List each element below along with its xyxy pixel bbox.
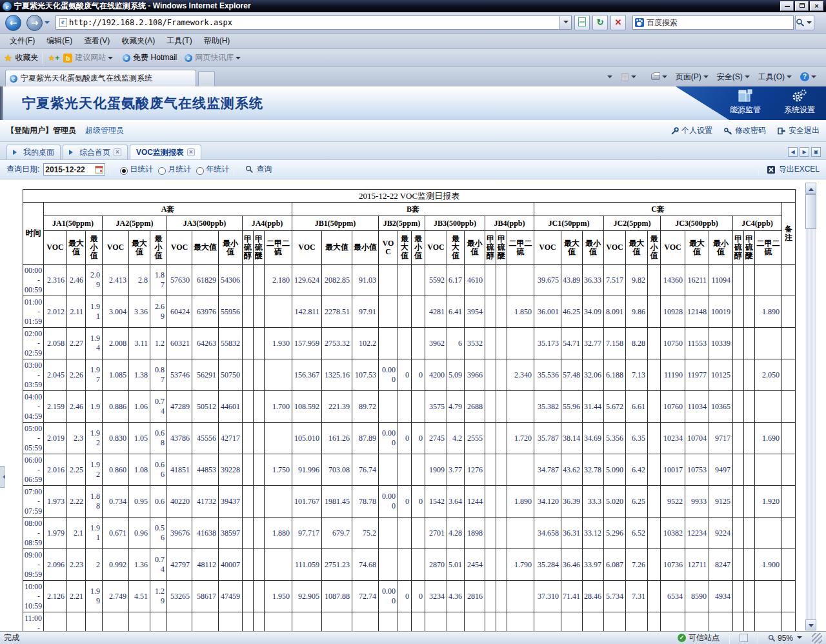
data-cell: 1.36 [129, 549, 150, 581]
data-cell: 9717 [709, 423, 733, 454]
command-安全(S)[interactable]: 安全(S) [714, 70, 754, 85]
data-cell: 0.68 [150, 423, 167, 454]
favorites-item-1[interactable]: 免费 Hotmail [123, 52, 177, 63]
command-label: 页面(P) [676, 72, 701, 83]
tab-close-icon[interactable]: × [114, 148, 121, 156]
dropdown-icon[interactable] [703, 75, 709, 81]
add-favorite-icon[interactable]: ★ [48, 54, 55, 63]
shortcut-system-settings[interactable]: 系统设置 [780, 88, 820, 116]
zoom-dropdown-icon[interactable] [797, 636, 802, 641]
refresh-button[interactable]: ↻ [592, 15, 608, 30]
back-button[interactable]: ← [5, 15, 21, 31]
search-dropdown-icon[interactable] [807, 21, 812, 26]
scroll-up-button[interactable] [805, 183, 816, 194]
search-button[interactable] [795, 15, 814, 30]
dropdown-icon[interactable] [745, 75, 750, 81]
command-页面(P)[interactable]: 页面(P) [673, 70, 713, 85]
command-工具(O)[interactable]: 工具(O) [756, 70, 796, 85]
data-cell [265, 549, 292, 581]
data-cell: 0 [412, 359, 425, 391]
dropdown-icon[interactable] [108, 57, 113, 62]
dropdown-icon[interactable] [631, 75, 636, 81]
shortcut-energy-monitor[interactable]: 能源监管 [725, 88, 765, 116]
data-cell [465, 612, 485, 632]
favorites-label[interactable]: 收藏夹 [15, 52, 38, 63]
radio-label-1[interactable]: 月统计 [168, 164, 191, 175]
forward-button[interactable]: → [26, 15, 43, 31]
vertical-scrollbar[interactable] [805, 183, 816, 630]
scrollbar-thumb[interactable] [805, 194, 816, 229]
close-button[interactable]: × [810, 1, 823, 11]
feeds-icon[interactable] [618, 71, 641, 83]
data-cell: 42797 [167, 549, 192, 581]
browser-tab[interactable]: 宁夏紫光天化蛋氨酸废气在线监测系统 [5, 70, 196, 86]
home-icon[interactable] [603, 72, 617, 81]
mail-icon[interactable] [642, 75, 647, 79]
personal-settings-link[interactable]: 个人设置 [671, 125, 712, 136]
dropdown-icon[interactable] [662, 75, 667, 81]
favorites-star-icon[interactable]: ★ [4, 52, 12, 64]
resize-grip[interactable] [812, 633, 822, 643]
change-password-link[interactable]: 修改密码 [724, 125, 766, 136]
url-text[interactable]: http://192.168.2.108/Framework.aspx [69, 18, 558, 27]
data-cell: 92.905 [292, 581, 322, 612]
radio-日统计[interactable] [120, 167, 128, 175]
radio-月统计[interactable] [158, 167, 166, 175]
favorites-item-2[interactable]: 网页快讯库 [185, 52, 243, 63]
time-end: 00:59 [25, 285, 42, 295]
radio-年统计[interactable] [196, 167, 204, 175]
address-dropdown-button[interactable] [560, 15, 572, 30]
radio-label-0[interactable]: 日统计 [130, 164, 153, 175]
workspace-tab-2[interactable]: VOC监测报表× [130, 145, 201, 159]
data-cell: 4.2 [447, 423, 465, 454]
favorites-item-0[interactable]: 建议网站 [63, 52, 115, 63]
stop-button[interactable]: ✕ [610, 15, 626, 30]
data-cell: 14360 [661, 265, 685, 296]
radio-label-2[interactable]: 年统计 [206, 164, 229, 175]
dropdown-icon[interactable] [811, 75, 816, 81]
data-cell [648, 423, 661, 454]
print-icon[interactable] [649, 72, 672, 82]
data-cell: 1244 [465, 486, 485, 518]
tab-scroll-left-button[interactable]: ◀ [788, 147, 798, 157]
data-cell: 40220 [167, 486, 192, 518]
menu-item-2[interactable]: 查看(V) [78, 34, 116, 48]
sidebar-collapse-handle[interactable] [0, 466, 5, 488]
help-icon[interactable] [798, 70, 821, 83]
calendar-icon[interactable] [95, 165, 103, 174]
scroll-down-button[interactable] [805, 619, 816, 630]
dropdown-icon[interactable] [236, 57, 241, 62]
dropdown-icon[interactable] [607, 75, 612, 81]
data-cell: 5.296 [604, 518, 626, 549]
query-button[interactable]: 查询 [245, 164, 272, 175]
zoom-control[interactable]: 95% [768, 634, 804, 643]
logout-link[interactable]: 安全退出 [778, 125, 820, 136]
data-cell: 0 [412, 423, 425, 454]
history-dropdown-icon[interactable] [45, 21, 50, 26]
tab-scroll-right-button[interactable]: ▶ [800, 147, 809, 157]
new-tab-stub[interactable] [198, 71, 215, 86]
export-excel-button[interactable]: 导出EXCEL [754, 164, 820, 176]
data-cell: 2688 [465, 391, 485, 423]
tab-maximize-button[interactable]: ▣ [811, 147, 821, 157]
date-input[interactable]: 2015-12-22 [43, 163, 105, 176]
compatibility-view-button[interactable] [574, 15, 590, 30]
menu-item-5[interactable]: 帮助(H) [198, 34, 236, 48]
data-cell: 2.096 [44, 549, 67, 581]
tab-close-icon[interactable]: × [187, 148, 195, 156]
data-cell [733, 454, 744, 486]
report-title: 2015-12-22 VOC监测日报表 [23, 190, 796, 203]
status-bar: 完成 可信站点 95% [0, 631, 826, 644]
search-input[interactable]: 百度搜索 [632, 15, 794, 30]
menu-item-1[interactable]: 编辑(E) [41, 34, 78, 48]
data-cell [447, 612, 465, 632]
workspace-tab-1[interactable]: 综合首页× [63, 145, 128, 159]
menu-item-3[interactable]: 收藏夹(A) [116, 34, 161, 48]
menu-item-0[interactable]: 文件(F) [4, 34, 41, 48]
workspace-tab-0[interactable]: 我的桌面 [6, 145, 61, 159]
dropdown-icon[interactable] [787, 75, 792, 81]
address-bar[interactable]: http://192.168.2.108/Framework.aspx [55, 15, 560, 30]
minimize-button[interactable] [780, 1, 794, 11]
restore-button[interactable] [795, 1, 809, 11]
menu-item-4[interactable]: 工具(T) [161, 34, 197, 48]
